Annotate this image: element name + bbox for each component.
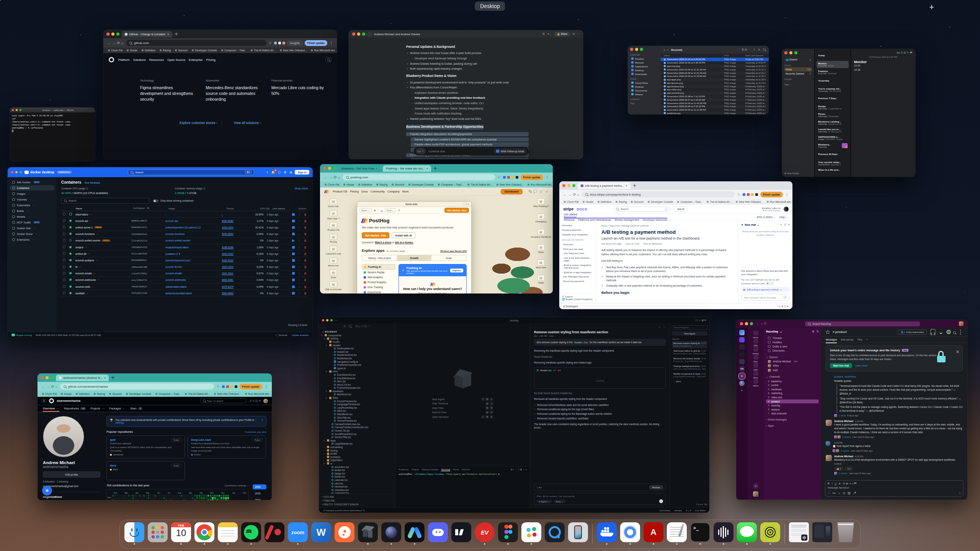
- account-icon[interactable]: ☺: [545, 190, 548, 193]
- new-chat-icon[interactable]: ＋: [658, 326, 661, 329]
- docker-sidebar-item[interactable]: Docker Hub: [10, 225, 54, 231]
- channel-item[interactable]: #random: [766, 408, 819, 412]
- browser-tab[interactable]: GitHub · Change is constant.×: [122, 31, 172, 37]
- file-tree-item[interactable]: navigationConfig.ts: [319, 360, 395, 364]
- image-link[interactable]: inngest/inngest:latest: [165, 246, 222, 249]
- sidebar-item[interactable]: Desktop: [630, 68, 658, 72]
- file-tree-item[interactable]: DesktopNav.tsx: [319, 347, 395, 350]
- window-controls[interactable]: [11, 171, 22, 173]
- container-row[interactable]: scrunch-prefect-workerAMD64 213cd0151fcb…: [61, 238, 308, 244]
- container-row[interactable]: prefect-server-1AMD64 5d4b5697e6f1 prefe…: [61, 224, 308, 231]
- terminal-panel[interactable]: ProblemsOutputDebug ConsoleTerminalPorts…: [395, 466, 530, 507]
- profile-tab[interactable]: Overview: [43, 405, 59, 412]
- file-tree-item[interactable]: ›profile: [319, 452, 395, 455]
- dock-item[interactable]: [784, 524, 785, 544]
- delete-button[interactable]: 🗑: [304, 292, 307, 295]
- repo-card[interactable]: quillPublic Forked from slab/quill Quill…: [106, 435, 185, 458]
- container-row[interactable]: spotlight 75f6a921132d getsentry/spotlig…: [61, 290, 308, 297]
- sidebar-item[interactable]: Documents: [630, 88, 658, 92]
- get-started-button[interactable]: Get started - free: [444, 208, 469, 213]
- desktop-icon[interactable]: ▤Trash: [530, 275, 552, 284]
- bookmark-item[interactable]: Scrunch: [109, 393, 122, 395]
- filter-icon[interactable]: ⚙: [812, 330, 815, 333]
- terminal-tab[interactable]: Debug Console: [422, 468, 438, 471]
- dock-app-icon[interactable]: zoom: [288, 522, 308, 542]
- browser-tab-active[interactable]: PostHog – We make dev too... ×: [383, 165, 431, 172]
- bookmark-item[interactable]: Run Microsoft win...: [767, 201, 792, 203]
- browser-nav-buttons[interactable]: ← → ⟳ ⌂: [563, 192, 580, 197]
- dock-app-icon[interactable]: [812, 522, 832, 542]
- port-link[interactable]: 8081:8081: [222, 279, 250, 281]
- desktop-icon[interactable]: ▤Product OS: [322, 222, 345, 231]
- file-tree-item[interactable]: ▾legal: [319, 439, 395, 442]
- file-row[interactable]: app-layouts.png PNG image Yesterday at 1…: [661, 81, 769, 85]
- share-button[interactable]: 🔒 Share: [554, 32, 570, 36]
- row-checkbox[interactable]: [63, 213, 65, 215]
- dock-item[interactable]: [597, 522, 617, 544]
- row-checkbox[interactable]: [63, 219, 65, 222]
- bookmark-item[interactable]: Composer – Trad...: [221, 49, 247, 52]
- contribution-heatmap[interactable]: [112, 495, 229, 500]
- file-tree-item[interactable]: Header.tsx: [319, 350, 395, 354]
- page-action-link[interactable]: Copy for LLM: [626, 243, 639, 245]
- file-tree-item[interactable]: ›Footer: [319, 340, 395, 344]
- channel-item[interactable]: #miles-test: [766, 395, 819, 399]
- context-chip[interactable]: ▤ A/B testing a payment method ×: [741, 287, 790, 292]
- delete-button[interactable]: 🗑: [304, 220, 307, 222]
- desktop-icon[interactable]: ▤Docs: [322, 269, 345, 279]
- file-tree-item[interactable]: ▾components: [319, 334, 395, 337]
- container-row[interactable]: scrunch-api d6865ecd0012 scrunch-api 808…: [61, 218, 308, 224]
- sidebar-panel[interactable]: › TIMELINE: [322, 499, 392, 503]
- dock-app-icon[interactable]: [667, 522, 687, 542]
- user-avatar[interactable]: [753, 491, 758, 497]
- file-tree-item[interactable]: LegalSidebar.tsx: [319, 442, 395, 446]
- stop-start-button[interactable]: [292, 285, 295, 288]
- help-icon[interactable]: ?: [266, 171, 268, 174]
- row-menu[interactable]: ⋮: [298, 226, 301, 229]
- port-link[interactable]: -: [222, 213, 250, 216]
- window-controls[interactable]: [106, 33, 119, 36]
- bookmark-item[interactable]: Churn Pal: [325, 183, 339, 186]
- docs-sidebar-item[interactable]: Use Managed Payments: [562, 274, 593, 279]
- add-workspace-button[interactable]: +: [741, 389, 743, 393]
- terminal-tab[interactable]: Ports: [453, 468, 459, 471]
- finish-update-button[interactable]: Finish update: [521, 174, 544, 180]
- dock-item[interactable]: [545, 522, 565, 544]
- slack-window[interactable]: ← → ⏱ Search RaceDay TM R + HomeDMsActiv…: [736, 320, 967, 500]
- github-nav-item[interactable]: Solutions: [133, 58, 146, 62]
- file-tree-item[interactable]: accordion.tsx: [319, 465, 395, 469]
- new-folder-button[interactable]: ⊕ New Folder: [784, 172, 812, 174]
- bookmark-item[interactable]: House: [127, 49, 137, 52]
- history-buttons[interactable]: ← → ⏱: [756, 322, 766, 326]
- row-menu[interactable]: ⋮: [298, 279, 301, 282]
- bookmark-item[interactable]: Run Microsoft win...: [245, 393, 271, 395]
- terminal-prompt[interactable]: andrew@Mac ~/Dropbox/Apps/raceday [feat/…: [399, 473, 527, 475]
- desktop-icon[interactable]: ▤Why PostHog?: [530, 198, 552, 207]
- row-menu[interactable]: ⋮: [298, 285, 301, 288]
- bookmark-item[interactable]: Developer Console: [408, 183, 434, 186]
- stop-start-button[interactable]: [292, 266, 295, 268]
- github-nav-item[interactable]: Enterprise: [189, 58, 203, 62]
- send-button[interactable]: ↑: [659, 499, 663, 503]
- row-checkbox[interactable]: [63, 239, 65, 242]
- stage-tab[interactable]: Scale: [431, 255, 466, 261]
- dock-app-icon[interactable]: EV: [475, 522, 495, 542]
- delete-button[interactable]: 🗑: [304, 213, 307, 216]
- row-menu[interactable]: ⋮: [298, 292, 301, 295]
- port-link[interactable]: 6379:6379: [222, 285, 250, 288]
- file-row[interactable]: app-terminal.png PNG image 8 February 20…: [661, 91, 769, 95]
- channel-item[interactable]: #raceday: [766, 403, 819, 408]
- file-tree-item[interactable]: Manifesto.tsx: [319, 393, 395, 396]
- followers[interactable]: 0 followers · 1 following: [43, 480, 100, 483]
- bookmark-item[interactable]: The AI-Native Art...: [251, 49, 276, 52]
- thread-link[interactable]: 2 repliesLast reply 8 days ago: [834, 472, 963, 475]
- row-checkbox[interactable]: [63, 279, 65, 281]
- repo-card[interactable]: Deep-Live-CamPublic Forked from hackside…: [188, 435, 266, 458]
- file-row[interactable]: Screenshot 2026-02-10 at 6.54.05 PM PNG …: [661, 58, 769, 61]
- image-link[interactable]: valkey/valkey:latest: [165, 285, 222, 288]
- reaction[interactable]: 👍 1: [834, 467, 843, 471]
- github-profile-window[interactable]: andrewmichaelsa (Andrew M... × + ← → ⟳ ⌂…: [38, 373, 272, 500]
- finder-window[interactable]: Favourites DropboxRecentsApplicationsDes…: [628, 46, 769, 114]
- stage-tab[interactable]: Growth: [397, 255, 432, 261]
- finish-update-button[interactable]: Finish update: [240, 384, 263, 390]
